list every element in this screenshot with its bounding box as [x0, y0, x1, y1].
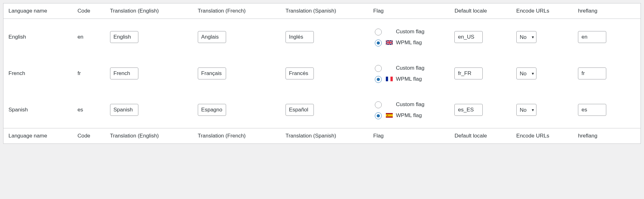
hreflang-input[interactable] [578, 67, 606, 79]
col-name: Language name [3, 3, 75, 19]
flag-label-custom: Custom flag [396, 29, 425, 35]
cell-name: Spanish [3, 92, 75, 128]
col-code: Code [75, 3, 107, 19]
flag-es-icon [386, 113, 393, 118]
encode-select[interactable]: No [516, 67, 536, 79]
cell-name: French [3, 55, 75, 92]
translation-es-input[interactable] [286, 104, 314, 116]
col-hreflang: hreflang [575, 3, 641, 19]
table-row: EnglishenCustom flagWPML flagNo▾ [3, 19, 641, 56]
flag-blank-icon [386, 29, 393, 34]
flag-radio-wpml[interactable] [375, 76, 382, 83]
translation-en-input[interactable] [110, 67, 138, 79]
flag-blank-icon [386, 66, 393, 70]
flag-option-wpml[interactable]: WPML flag [373, 111, 449, 119]
flag-label-wpml: WPML flag [396, 76, 422, 82]
flag-option-wpml[interactable]: WPML flag [373, 39, 449, 46]
col-trans-fr: Translation (French) [195, 128, 283, 144]
header-row: Language name Code Translation (English)… [3, 3, 641, 19]
flag-radio-custom[interactable] [375, 101, 382, 108]
flag-label-custom: Custom flag [396, 65, 425, 71]
translation-es-input[interactable] [286, 31, 314, 43]
flag-option-wpml[interactable]: WPML flag [373, 75, 449, 83]
cell-code: fr [75, 55, 107, 92]
locale-input[interactable] [454, 104, 483, 116]
col-trans-fr: Translation (French) [195, 3, 283, 19]
svg-rect-6 [388, 77, 390, 81]
svg-rect-5 [386, 77, 388, 81]
footer-row: Language name Code Translation (English)… [3, 128, 641, 144]
flag-option-custom[interactable]: Custom flag [373, 64, 449, 72]
flag-radio-custom[interactable] [375, 29, 382, 35]
cell-code: es [75, 92, 107, 128]
translation-fr-input[interactable] [198, 104, 226, 116]
flag-label-wpml: WPML flag [396, 40, 422, 46]
table-row: FrenchfrCustom flagWPML flagNo▾ [3, 55, 641, 92]
flag-radio-wpml[interactable] [375, 112, 382, 119]
locale-input[interactable] [454, 67, 483, 79]
svg-rect-9 [386, 114, 393, 116]
flag-gb-icon [386, 40, 393, 45]
encode-select[interactable]: No [516, 104, 536, 116]
svg-rect-7 [391, 77, 393, 81]
col-encode: Encode URLs [514, 3, 575, 19]
flag-label-custom: Custom flag [396, 101, 425, 108]
col-encode: Encode URLs [514, 128, 575, 144]
flag-radio-custom[interactable] [375, 65, 382, 72]
table-row: SpanishesCustom flagWPML flagNo▾ [3, 92, 641, 128]
col-locale: Default locale [452, 3, 514, 19]
col-locale: Default locale [452, 128, 514, 144]
locale-input[interactable] [454, 31, 483, 43]
col-name: Language name [3, 128, 75, 144]
col-trans-es: Translation (Spanish) [283, 3, 371, 19]
col-hreflang: hreflang [575, 128, 641, 144]
translation-fr-input[interactable] [198, 67, 226, 79]
cell-name: English [3, 19, 75, 56]
hreflang-input[interactable] [578, 31, 606, 43]
flag-label-wpml: WPML flag [396, 112, 422, 119]
svg-rect-4 [386, 42, 393, 43]
svg-rect-10 [387, 115, 388, 116]
col-flag: Flag [371, 128, 452, 144]
flag-option-custom[interactable]: Custom flag [373, 100, 449, 108]
encode-select[interactable]: No [516, 31, 536, 43]
col-trans-es: Translation (Spanish) [283, 128, 371, 144]
translation-en-input[interactable] [110, 31, 138, 43]
cell-flag: Custom flagWPML flag [371, 19, 452, 56]
cell-flag: Custom flagWPML flag [371, 55, 452, 92]
col-flag: Flag [371, 3, 452, 19]
translation-es-input[interactable] [286, 67, 314, 79]
cell-flag: Custom flagWPML flag [371, 92, 452, 128]
flag-blank-icon [386, 102, 393, 107]
col-trans-en: Translation (English) [108, 128, 195, 144]
flag-radio-wpml[interactable] [375, 40, 382, 46]
col-trans-en: Translation (English) [108, 3, 195, 19]
languages-table-container: Language name Code Translation (English)… [3, 3, 641, 144]
flag-fr-icon [386, 77, 393, 81]
translation-fr-input[interactable] [198, 31, 226, 43]
col-code: Code [75, 128, 107, 144]
languages-table: Language name Code Translation (English)… [3, 3, 641, 143]
cell-code: en [75, 19, 107, 56]
flag-option-custom[interactable]: Custom flag [373, 28, 449, 35]
translation-en-input[interactable] [110, 104, 138, 116]
hreflang-input[interactable] [578, 104, 606, 116]
